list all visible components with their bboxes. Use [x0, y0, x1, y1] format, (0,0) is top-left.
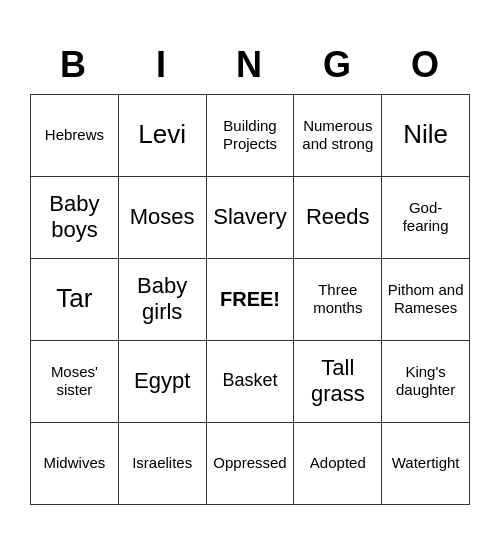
- cell-r4-c4: Watertight: [382, 423, 470, 505]
- cell-r2-c0: Tar: [31, 259, 119, 341]
- header-letter: B: [30, 40, 118, 94]
- bingo-grid: HebrewsLeviBuilding ProjectsNumerous and…: [30, 94, 470, 505]
- header-letter: G: [294, 40, 382, 94]
- cell-r2-c1: Baby girls: [119, 259, 207, 341]
- cell-r3-c4: King's daughter: [382, 341, 470, 423]
- cell-r2-c2: FREE!: [207, 259, 295, 341]
- cell-r0-c4: Nile: [382, 95, 470, 177]
- cell-r1-c1: Moses: [119, 177, 207, 259]
- cell-r0-c2: Building Projects: [207, 95, 295, 177]
- cell-r4-c3: Adopted: [294, 423, 382, 505]
- cell-r2-c3: Three months: [294, 259, 382, 341]
- bingo-header: BINGO: [30, 40, 470, 94]
- cell-r4-c2: Oppressed: [207, 423, 295, 505]
- cell-r3-c1: Egypt: [119, 341, 207, 423]
- cell-r1-c3: Reeds: [294, 177, 382, 259]
- cell-r1-c0: Baby boys: [31, 177, 119, 259]
- header-letter: N: [206, 40, 294, 94]
- cell-r3-c2: Basket: [207, 341, 295, 423]
- cell-r3-c3: Tall grass: [294, 341, 382, 423]
- cell-r1-c2: Slavery: [207, 177, 295, 259]
- cell-r2-c4: Pithom and Rameses: [382, 259, 470, 341]
- cell-r4-c0: Midwives: [31, 423, 119, 505]
- cell-r0-c3: Numerous and strong: [294, 95, 382, 177]
- cell-r1-c4: God-fearing: [382, 177, 470, 259]
- cell-r0-c0: Hebrews: [31, 95, 119, 177]
- header-letter: O: [382, 40, 470, 94]
- bingo-card: BINGO HebrewsLeviBuilding ProjectsNumero…: [20, 30, 480, 515]
- cell-r0-c1: Levi: [119, 95, 207, 177]
- cell-r3-c0: Moses' sister: [31, 341, 119, 423]
- header-letter: I: [118, 40, 206, 94]
- cell-r4-c1: Israelites: [119, 423, 207, 505]
